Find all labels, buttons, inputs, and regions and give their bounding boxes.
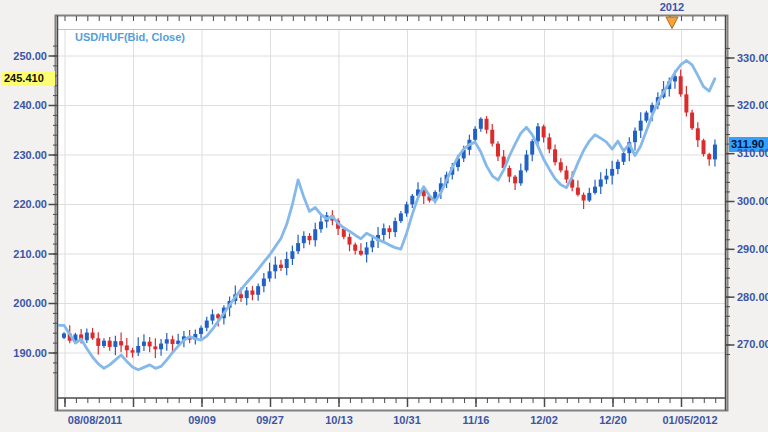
candle-body [285,259,289,268]
candle-body [587,193,591,201]
candle-body [599,179,603,186]
candle-body [707,154,711,159]
candle-body [684,94,688,112]
candle-body [308,236,312,240]
y-axis-label-left: 240.00 [0,99,47,112]
candle-body [410,196,414,205]
candle-body [604,176,608,180]
year-label: 2012 [642,1,702,13]
candle-body [399,213,403,221]
y-axis-label-right: 310.00 [737,147,768,160]
candle-body [205,321,209,328]
y-axis-label-left: 220.00 [0,198,47,211]
candle-body [148,342,152,347]
candle-body [496,144,500,157]
candle-body [479,119,483,129]
y-axis-label-right: 270.00 [737,338,768,351]
candle-body [302,236,306,243]
candle-body [393,221,397,232]
candle-body [644,113,648,121]
candle-body [519,170,523,183]
y-axis-label-right: 280.00 [737,291,768,304]
y-axis-label-left: 210.00 [0,248,47,261]
candle-body [530,141,534,154]
y-axis-label-left: 190.00 [0,347,47,360]
candle-body [239,294,243,298]
candle-body [542,126,546,137]
candle-body [559,162,563,170]
candle-body [313,229,317,240]
candle-body [290,251,294,259]
x-axis-label: 10/31 [369,414,445,427]
x-axis-label: 12/20 [575,414,651,427]
x-axis-label: 12/02 [506,414,582,427]
candle-body [245,290,249,298]
candle-body [142,342,146,346]
candle-body [159,344,163,350]
candle-body [490,130,494,144]
candle-body [382,228,386,235]
candle-body [679,76,683,94]
candle-body [136,346,140,353]
y-axis-label-right: 320.00 [737,99,768,112]
candle-body [713,145,717,160]
candle-body [210,314,214,320]
y-axis-label-left: 230.00 [0,149,47,162]
left-axis-current-price-badge: 245.410 [1,71,55,86]
candle-body [153,346,157,349]
y-axis-label-right: 290.00 [737,243,768,256]
chart-legend: USD/HUF(Bid, Close) [75,31,185,43]
candle-body [690,113,694,129]
y-axis-label-left: 200.00 [0,297,47,310]
candle-body [108,341,112,347]
candle-body [696,128,700,140]
candle-body [91,333,95,339]
candle-body [359,251,363,255]
candle-body [348,237,352,245]
candle-body [170,339,174,344]
candle-body [199,328,203,334]
candle-body [102,341,106,346]
candle-body [296,243,300,251]
candle-body [387,228,391,232]
candle-body [353,245,357,251]
y-axis-label-right: 300.00 [737,195,768,208]
candle-body [268,271,272,278]
x-axis-label: 10/13 [301,414,377,427]
candle-body [273,265,277,272]
candle-body [96,338,100,346]
candle-body [576,188,580,195]
x-axis-label: 09/09 [164,414,240,427]
candle-body [616,162,620,169]
chart-frame [56,16,728,411]
candle-body [553,149,557,162]
candle-body [131,350,135,352]
candle-body [62,334,66,338]
price-chart-canvas[interactable] [0,0,768,432]
candle-body [473,129,477,140]
candle-body [525,155,529,171]
candle-body [365,247,369,254]
candle-body [370,241,374,248]
candle-body [513,177,517,184]
candle-body [485,119,489,130]
candle-body [582,195,586,201]
candle-body [507,168,511,177]
candle-body [279,265,283,268]
candle-body [250,290,254,294]
candle-body [702,140,706,154]
candle-body [85,333,89,341]
candle-body [547,137,551,149]
chart-window: USD/HUF(Bid, Close) 2012 245.410 311.90 … [0,0,768,432]
x-axis-label: 09/27 [232,414,308,427]
candle-body [125,345,129,350]
candle-body [610,169,614,176]
candle-body [319,222,323,230]
candle-body [639,121,643,131]
candle-body [165,339,169,343]
candle-body [256,286,260,295]
candle-body [633,131,637,142]
candle-body [262,278,266,286]
candle-body [622,153,626,162]
candle-body [119,341,123,345]
